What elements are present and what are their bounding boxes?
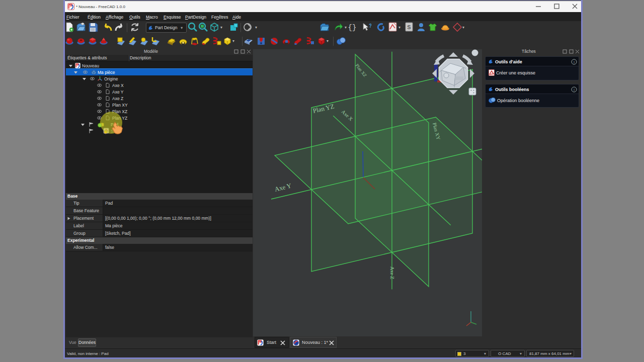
svg-text:i: i	[574, 60, 575, 64]
svg-text:S: S	[407, 24, 411, 30]
svg-text:i: i	[574, 88, 575, 92]
svg-text:Axe Z: Axe Z	[389, 266, 395, 279]
svg-text:{}: {}	[348, 24, 357, 32]
svg-text:?: ?	[369, 23, 371, 29]
svg-text:Axe Y: Axe Y	[274, 182, 292, 193]
